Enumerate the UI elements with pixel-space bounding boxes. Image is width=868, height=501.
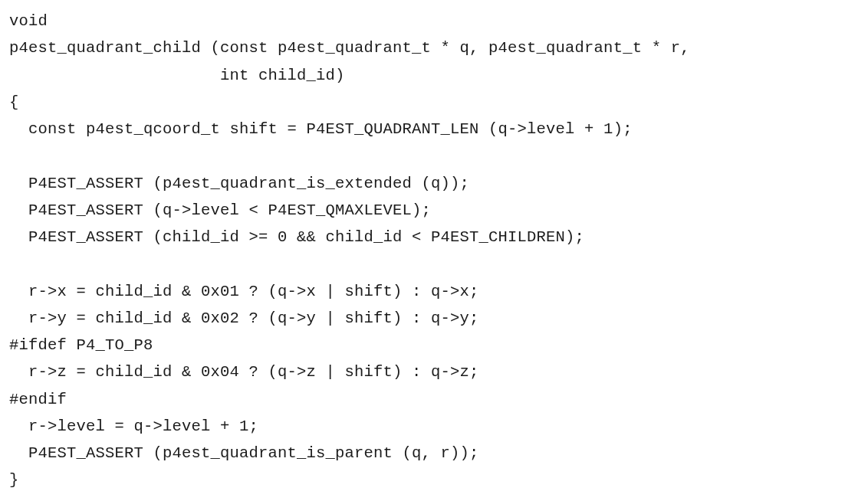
code-block: void p4est_quadrant_child (const p4est_q… <box>0 0 868 501</box>
